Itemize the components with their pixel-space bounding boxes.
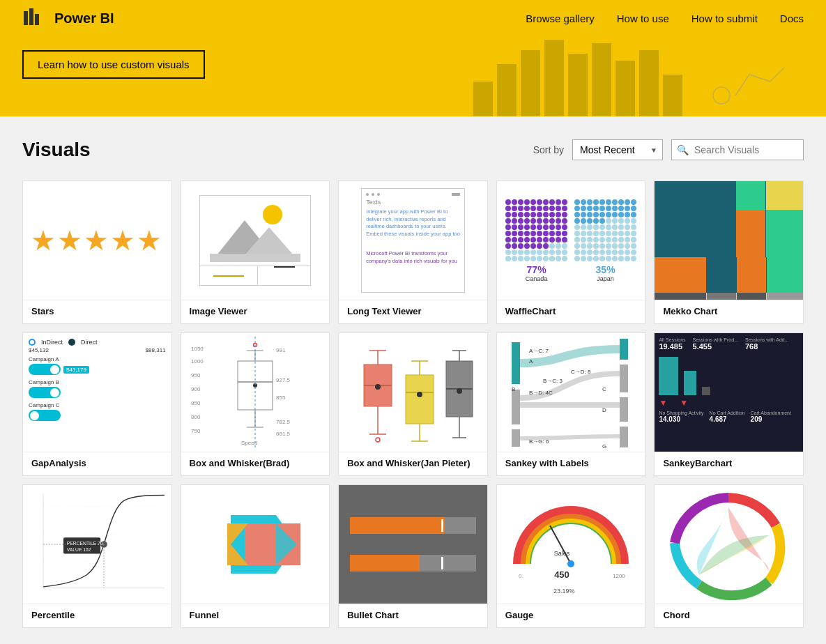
card-sankey[interactable]: A→C: 7 A B→C: 3 B→D: 4C C→D: 8 C D B→G: … — [496, 332, 646, 476]
card-image-viewer[interactable]: Image Viewer — [181, 181, 330, 324]
main-content: Visuals Sort by Most Recent Most Popular… — [0, 116, 826, 644]
svg-point-88 — [567, 560, 574, 567]
gap-thumb: InDirect Direct $45,132 $88,311 Campaign… — [23, 333, 171, 452]
svg-text:B→D: 4C: B→D: 4C — [529, 390, 553, 396]
gap-header-row: InDirect Direct — [29, 339, 98, 346]
search-input[interactable] — [671, 139, 804, 160]
nav-how-to[interactable]: How to use — [617, 13, 669, 24]
gauge-thumb: Sales 450 0 1200 23.19% — [497, 485, 645, 604]
sankey-label: Sankey with Labels — [497, 452, 645, 475]
sort-select[interactable]: Most Recent Most Popular Name A-Z — [572, 139, 663, 160]
svg-point-6 — [263, 205, 282, 224]
cart-abandon-val: 209 — [751, 415, 791, 423]
sessions-add-label: Sessions with Add... — [745, 337, 789, 342]
card-box-jan[interactable]: Box and Whisker(Jan Pieter) — [338, 332, 488, 476]
svg-text:991: 991 — [276, 347, 286, 353]
svg-point-39 — [376, 438, 380, 442]
card-bullet[interactable]: Bullet Chart — [338, 484, 488, 628]
svg-rect-2 — [35, 14, 39, 25]
learn-custom-visuals-button[interactable]: Learn how to use custom visuals — [22, 50, 205, 79]
box-jan-chart — [343, 337, 482, 448]
svg-rect-57 — [620, 339, 628, 360]
svg-rect-1 — [29, 8, 33, 25]
card-gap[interactable]: InDirect Direct $45,132 $88,311 Campaign… — [22, 332, 172, 476]
cart-abandon-label: Cart Abandonment — [751, 411, 791, 415]
svg-text:B→G: 6: B→G: 6 — [529, 438, 549, 445]
nav-submit[interactable]: How to submit — [691, 13, 758, 24]
waffle-row: // Will be rendered via JS below 77% Can… — [505, 199, 636, 282]
svg-text:B: B — [512, 386, 515, 392]
card-stars[interactable]: ★★★★★ Stars — [22, 181, 172, 324]
amount1: $45,132 — [29, 347, 49, 353]
svg-text:950: 950 — [191, 372, 201, 378]
mountain-icon — [210, 199, 300, 262]
sessions-add-val: 768 — [745, 342, 789, 351]
svg-text:G: G — [602, 443, 606, 450]
long-text-preview: Texts Integrate your app with Power BI t… — [361, 188, 465, 293]
card-funnel[interactable]: Funnel — [181, 484, 330, 628]
card-waffle[interactable]: // Will be rendered via JS below 77% Can… — [496, 181, 646, 324]
svg-text:A→C: 7: A→C: 7 — [529, 348, 549, 354]
chord-thumb — [655, 485, 803, 604]
svg-text:Sales: Sales — [554, 550, 570, 557]
search-icon: 🔍 — [677, 144, 689, 155]
card-long-text[interactable]: Texts Integrate your app with Power BI t… — [338, 181, 488, 324]
campaign-a-toggle: $43,179 — [29, 364, 166, 375]
gap-label: GapAnalysis — [23, 452, 171, 475]
no-shopping-label: No Shopping Activity — [659, 411, 703, 415]
campaign-c-label: Campaign C — [29, 402, 166, 408]
all-sessions-val: 19.485 — [659, 342, 685, 351]
direct-label: Direct — [81, 339, 98, 346]
card-chord[interactable]: Chord — [654, 484, 804, 628]
svg-text:927.5: 927.5 — [276, 377, 291, 383]
stars-label: Stars — [23, 300, 171, 323]
svg-text:1200: 1200 — [613, 573, 625, 579]
image-viewer-thumb — [181, 181, 330, 300]
svg-rect-9 — [210, 254, 300, 262]
mekko-thumb — [655, 181, 803, 300]
lt-line4: Embed these visuals inside your app too — [366, 231, 460, 238]
svg-rect-60 — [620, 427, 628, 447]
nav-docs[interactable]: Docs — [780, 13, 804, 24]
logo-text: Power BI — [54, 10, 114, 26]
card-mekko[interactable]: Mekko Chart — [654, 181, 804, 324]
campaign-b-toggle — [29, 387, 61, 398]
bullet-label: Bullet Chart — [339, 604, 487, 627]
lt-line2: deliver rich, interactive reports and — [366, 216, 460, 224]
percentile-thumb: PERCENTILE 70 VALUE 162 — [23, 485, 171, 604]
nav-browse[interactable]: Browse gallery — [526, 13, 594, 24]
svg-text:C→D: 8: C→D: 8 — [571, 369, 591, 375]
box-jan-label: Box and Whisker(Jan Pieter) — [339, 452, 487, 475]
amount2: $88,311 — [146, 347, 166, 353]
canada-pct: 77% — [526, 264, 548, 275]
card-box-brad[interactable]: 1050 1000 950 900 850 800 750 — [181, 332, 330, 476]
card-gauge[interactable]: Sales 450 0 1200 23.19% Gauge — [496, 484, 646, 628]
svg-rect-55 — [512, 390, 520, 424]
svg-text:1050: 1050 — [191, 346, 204, 352]
sankey-stats-top: All Sessions 19.485 Sessions with Prod..… — [659, 337, 799, 351]
sankey-arrows: ▼ ▼ — [659, 398, 688, 408]
svg-rect-59 — [620, 397, 628, 422]
campaign-c-row: Campaign C — [29, 402, 166, 421]
no-cart-val: 4.687 — [710, 415, 745, 423]
sankey-thumb: A→C: 7 A B→C: 3 B→D: 4C C→D: 8 C D B→G: … — [497, 333, 645, 452]
svg-text:D: D — [602, 407, 606, 413]
card-percentile[interactable]: PERCENTILE 70 VALUE 162 Percentile — [22, 484, 172, 628]
sankey-stats-bottom: No Shopping Activity 14.030 No Cart Addi… — [659, 411, 799, 423]
mekko-inner — [655, 181, 803, 300]
lt-line5: Microsoft Power BI transforms your — [366, 250, 460, 258]
logo[interactable]: Power BI — [22, 6, 114, 31]
waffle-thumb: // Will be rendered via JS below 77% Can… — [497, 181, 645, 300]
sankey-bars — [659, 353, 710, 395]
svg-text:PERCENTILE  70: PERCENTILE 70 — [67, 541, 103, 546]
box-jan-thumb — [339, 333, 487, 452]
hero-banner: Learn how to use custom visuals — [0, 36, 826, 116]
card-sankey-bar[interactable]: All Sessions 19.485 Sessions with Prod..… — [654, 332, 804, 476]
svg-text:750: 750 — [191, 428, 201, 434]
stars-thumb: ★★★★★ — [23, 181, 171, 300]
svg-rect-56 — [512, 429, 520, 447]
japan-label: Japan — [596, 275, 615, 282]
box-brad-label: Box and Whisker(Brad) — [181, 452, 330, 475]
svg-point-38 — [375, 384, 381, 390]
long-text-thumb: Texts Integrate your app with Power BI t… — [339, 181, 487, 300]
